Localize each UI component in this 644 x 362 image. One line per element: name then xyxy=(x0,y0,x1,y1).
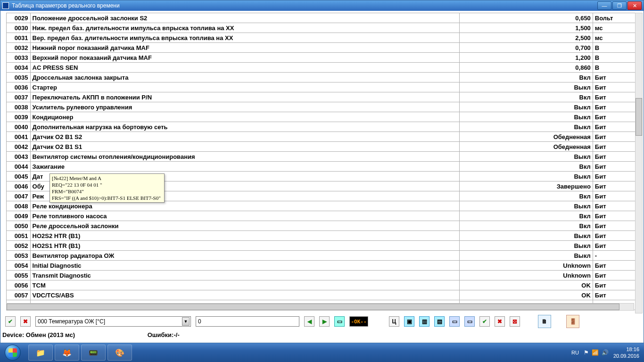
tray-icons[interactable]: ⚑ 📶 🔊 xyxy=(584,349,609,356)
row-name: Переключатель АКПП в положении P/N xyxy=(30,92,459,102)
table-row[interactable]: 0054Initial DiagnosticUnknownБит xyxy=(7,261,641,271)
row-value: 1,500 xyxy=(459,23,593,33)
table-row[interactable]: 0037Переключатель АКПП в положении P/NВк… xyxy=(7,92,641,102)
row-unit: Бит xyxy=(593,191,640,201)
task-diag-app[interactable]: 📟 xyxy=(81,345,106,361)
vertical-scrollbar[interactable] xyxy=(635,13,643,313)
volume-icon[interactable]: 🔊 xyxy=(602,349,609,356)
screen4-button[interactable]: ▭ xyxy=(449,316,460,327)
row-name: Положение дроссельной заслонки S2 xyxy=(30,13,459,23)
params-table[interactable]: 0029Положение дроссельной заслонки S20,6… xyxy=(6,13,641,310)
row-name: Вентилятор радиатора ОЖ xyxy=(30,251,459,261)
next-button[interactable]: ▶ xyxy=(319,316,330,327)
table-row[interactable]: 0034AC PRESS SEN0,860В xyxy=(7,63,641,73)
taskbar[interactable]: 📁 🦊 📟 🎨 RU ⚑ 📶 🔊 18:16 20.09.2016 xyxy=(0,343,644,362)
horizontal-scrollbar[interactable] xyxy=(6,303,634,311)
table-row[interactable]: 0056TCMOKБит xyxy=(7,280,641,290)
delete2-button[interactable]: ⊠ xyxy=(510,316,520,327)
clock[interactable]: 18:16 20.09.2016 xyxy=(613,346,639,359)
table-row[interactable]: 0041Датчик O2 B1 S2ОбедненнаяБит xyxy=(7,132,641,142)
vscroll-thumb[interactable] xyxy=(636,98,642,136)
table-row[interactable]: 0044ЗажиганиеВклБит xyxy=(7,162,641,172)
screen5-button[interactable]: ▭ xyxy=(464,316,475,327)
reject-button[interactable]: ✖ xyxy=(20,316,31,327)
row-id: 0046 xyxy=(7,181,31,191)
table-row[interactable]: 0036СтартерВыклБит xyxy=(7,82,641,92)
exit-button[interactable]: 🚪 xyxy=(566,315,579,328)
table-row[interactable]: 0039КондиционерВыклБит xyxy=(7,112,641,122)
row-value: Выкл xyxy=(459,152,593,162)
table-row[interactable]: 0055Transmit DiagnosticUnknownБит xyxy=(7,271,641,280)
table-row[interactable]: 0049Реле топливного насосаВклБит xyxy=(7,211,641,221)
prev-button[interactable]: ◀ xyxy=(304,316,314,327)
row-value: Обедненная xyxy=(459,142,593,152)
table-row[interactable]: 0043Вентилятор системы отопления/кондици… xyxy=(7,152,641,162)
param-select[interactable]: 000 Температура ОЖ [°C] ▼ xyxy=(35,316,191,327)
table-row[interactable]: 0029Положение дроссельной заслонки S20,6… xyxy=(7,13,641,23)
ц-button[interactable]: Ц xyxy=(389,316,399,327)
row-value: Вкл xyxy=(459,92,593,102)
system-tray[interactable]: RU ⚑ 📶 🔊 18:16 20.09.2016 xyxy=(571,346,644,359)
row-name: Transmit Diagnostic xyxy=(30,271,459,280)
table-row[interactable]: 0038Усилитель рулевого управленияВыклБит xyxy=(7,102,641,112)
row-value: Вкл xyxy=(459,191,593,201)
confirm2-button[interactable]: ✔ xyxy=(479,316,490,327)
hscroll-thumb[interactable] xyxy=(7,304,619,310)
screen3-button[interactable]: ▤ xyxy=(434,316,445,327)
accept-button[interactable]: ✔ xyxy=(5,316,16,327)
row-id: 0036 xyxy=(7,82,31,92)
lang-indicator[interactable]: RU xyxy=(571,350,579,355)
row-unit: Бит xyxy=(593,290,640,300)
row-id: 0052 xyxy=(7,241,31,251)
table-row[interactable]: 0050Реле дроссельной заслонкиВклБит xyxy=(7,221,641,231)
row-value: Обедненная xyxy=(459,132,593,142)
row-id: 0037 xyxy=(7,92,31,102)
row-value: Вкл xyxy=(459,73,593,82)
table-row[interactable]: 0052HO2S1 HTR (B1)ВыклБит xyxy=(7,241,641,251)
row-unit: Бит xyxy=(593,280,640,290)
task-paint[interactable]: 🎨 xyxy=(107,345,132,361)
row-value: 0,700 xyxy=(459,43,593,53)
window-title: Таблица параметров реального времени xyxy=(12,2,120,9)
network-icon[interactable]: 📶 xyxy=(592,349,599,356)
table-row[interactable]: 0033Верхний порог показаний датчика MAF1… xyxy=(7,53,641,63)
start-button[interactable] xyxy=(0,343,25,362)
delete-button[interactable]: ✖ xyxy=(495,316,505,327)
row-name: HO2S2 HTR (B1) xyxy=(30,231,459,241)
errors-status: Ошибки:-/- xyxy=(148,331,180,338)
table-row[interactable]: 0040Дополнительная нагрузка на бортовую … xyxy=(7,122,641,132)
row-unit: В xyxy=(593,63,640,73)
flag-icon[interactable]: ⚑ xyxy=(584,349,589,356)
row-unit: Бит xyxy=(593,231,640,241)
row-id: 0035 xyxy=(7,73,31,82)
minimize-button[interactable]: — xyxy=(597,1,611,10)
screen2-button[interactable]: ▥ xyxy=(419,316,429,327)
task-firefox[interactable]: 🦊 xyxy=(55,345,79,361)
row-name: Реле дроссельной заслонки xyxy=(30,221,459,231)
row-unit: Бит xyxy=(593,112,640,122)
task-explorer[interactable]: 📁 xyxy=(28,345,53,361)
table-row[interactable]: 0031Вер. предел баз. длительности импуль… xyxy=(7,33,641,43)
table-row[interactable]: 0051HO2S2 HTR (B1)ВыклБит xyxy=(7,231,641,241)
table-row[interactable]: 0053Вентилятор радиатора ОЖВыкл- xyxy=(7,251,641,261)
dropdown-arrow-icon[interactable]: ▼ xyxy=(182,317,190,326)
table-row[interactable]: 0042Датчик O2 B1 S1ОбедненнаяБит xyxy=(7,142,641,152)
table-row[interactable]: 0032Нижний порог показаний датчика MAF0,… xyxy=(7,43,641,53)
row-id: 0038 xyxy=(7,102,31,112)
screen1-button[interactable]: ▣ xyxy=(404,316,414,327)
table-row[interactable]: 0030Ниж. предел баз. длительности импуль… xyxy=(7,23,641,33)
table-row[interactable]: 0035Дроссельная заслонка закрытаВклБит xyxy=(7,73,641,82)
row-value: Unknown xyxy=(459,261,593,271)
titlebar[interactable]: Таблица параметров реального времени — ❐… xyxy=(0,0,644,11)
row-id: 0029 xyxy=(7,13,31,23)
value-input[interactable]: 0 xyxy=(196,316,299,327)
maximize-button[interactable]: ❐ xyxy=(612,1,627,10)
row-unit: Бит xyxy=(593,122,640,132)
row-name: Стартер xyxy=(30,82,459,92)
row-unit: Бит xyxy=(593,73,640,82)
table-row[interactable]: 0057VDC/TCS/ABSOKБит xyxy=(7,290,641,300)
display-button[interactable]: ▭ xyxy=(334,316,345,327)
document-button[interactable]: 🗎 xyxy=(538,315,551,328)
row-unit: Бит xyxy=(593,241,640,251)
close-button[interactable]: ✕ xyxy=(627,1,642,10)
